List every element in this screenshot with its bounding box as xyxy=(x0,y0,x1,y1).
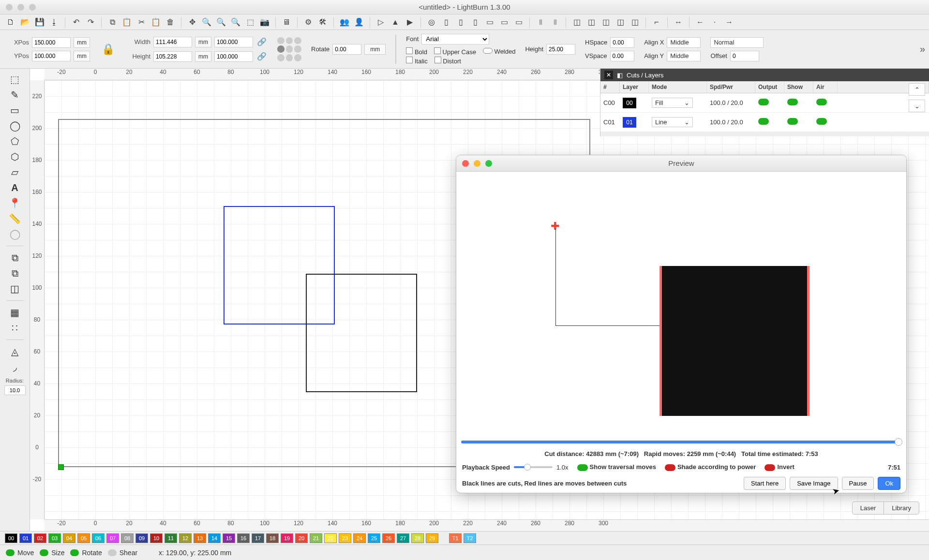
align-hcenter-icon[interactable]: ▯ xyxy=(455,16,466,28)
palette-swatch-24[interactable]: 24 xyxy=(353,533,366,543)
palette-swatch-13[interactable]: 13 xyxy=(194,533,206,543)
weld-tool-icon[interactable]: ◬ xyxy=(8,345,22,358)
offset-input[interactable] xyxy=(730,51,759,61)
layer-down-button[interactable]: ⌄ xyxy=(909,100,925,112)
row1-swatch[interactable]: 01 xyxy=(623,117,636,128)
distort-check[interactable] xyxy=(435,57,441,63)
preview-max-icon[interactable] xyxy=(485,160,492,167)
cuts-row-1[interactable]: C01 01 Line⌄ 100.0 / 20.0 xyxy=(600,113,929,132)
new-file-icon[interactable]: 🗋 xyxy=(5,16,16,28)
font-select[interactable]: Arial xyxy=(421,34,489,44)
tool-layer-swatch-T1[interactable]: T1 xyxy=(449,533,462,543)
align-bottom-icon[interactable]: ▭ xyxy=(513,16,524,28)
grid-array-tool-icon[interactable]: ▦ xyxy=(8,306,22,319)
size-toggle[interactable] xyxy=(40,549,48,556)
palette-swatch-04[interactable]: 04 xyxy=(63,533,75,543)
group-tool-icon[interactable]: ⧉ xyxy=(8,251,22,265)
palette-swatch-15[interactable]: 15 xyxy=(223,533,235,543)
close-dot[interactable] xyxy=(6,4,13,11)
alignx-select[interactable]: Middle xyxy=(667,37,701,48)
pan-icon[interactable]: ✥ xyxy=(186,16,198,28)
import-icon[interactable]: ⭳ xyxy=(48,16,60,28)
path-tool-icon[interactable]: ⬡ xyxy=(8,150,22,163)
mirror-v-icon[interactable]: ▶ xyxy=(404,16,416,28)
row1-output-toggle[interactable] xyxy=(758,118,769,125)
palette-swatch-01[interactable]: 01 xyxy=(19,533,32,543)
palette-swatch-14[interactable]: 14 xyxy=(208,533,221,543)
shape-rect-black[interactable] xyxy=(306,274,417,392)
width-input[interactable] xyxy=(153,37,192,47)
ok-button[interactable]: Ok xyxy=(878,477,900,490)
palette-swatch-19[interactable]: 19 xyxy=(281,533,293,543)
row0-air-toggle[interactable] xyxy=(816,99,827,105)
space-h-icon[interactable]: ◫ xyxy=(614,16,626,28)
width-pct-input[interactable] xyxy=(214,37,253,47)
palette-swatch-07[interactable]: 07 xyxy=(106,533,119,543)
playback-speed-slider[interactable] xyxy=(514,466,553,468)
preview-icon[interactable]: 🖥 xyxy=(281,16,292,28)
camera-icon[interactable]: 📷 xyxy=(259,16,270,28)
ungroup-tool-icon[interactable]: ⧉ xyxy=(8,266,22,280)
mm-button[interactable]: mm xyxy=(364,44,386,55)
settings-icon[interactable]: ⚙ xyxy=(302,16,314,28)
palette-swatch-00[interactable]: 00 xyxy=(5,533,17,543)
align-vcenter-icon[interactable]: ▭ xyxy=(498,16,510,28)
xpos-input[interactable] xyxy=(32,37,71,48)
row1-show-toggle[interactable] xyxy=(787,118,798,125)
palette-swatch-10[interactable]: 10 xyxy=(150,533,163,543)
tab-library[interactable]: Library xyxy=(884,501,919,515)
anchor-grid[interactable] xyxy=(277,37,301,61)
start-here-button[interactable]: Start here xyxy=(744,477,786,490)
row0-show-toggle[interactable] xyxy=(787,99,798,105)
row0-mode-select[interactable]: Fill⌄ xyxy=(652,98,693,108)
open-file-icon[interactable]: 📂 xyxy=(19,16,31,28)
layer-up-button[interactable]: ⌃ xyxy=(909,83,925,96)
nudge-left-icon[interactable]: ← xyxy=(694,16,706,28)
zoom-out-icon[interactable]: 🔍 xyxy=(215,16,227,28)
lock-icon[interactable]: 🔒 xyxy=(102,43,115,56)
move-toggle[interactable] xyxy=(6,549,15,556)
palette-swatch-22[interactable]: 22 xyxy=(324,533,337,543)
row0-output-toggle[interactable] xyxy=(758,99,769,105)
upper-check[interactable] xyxy=(434,47,441,54)
circular-array-tool-icon[interactable]: ∷ xyxy=(8,321,22,335)
nudge-right-icon[interactable]: → xyxy=(723,16,735,28)
zoom-in-icon[interactable]: 🔍 xyxy=(201,16,212,28)
height-pct-input[interactable] xyxy=(214,51,253,62)
palette-swatch-09[interactable]: 09 xyxy=(135,533,148,543)
palette-swatch-12[interactable]: 12 xyxy=(179,533,192,543)
more-chevron-icon[interactable]: » xyxy=(920,44,925,55)
palette-swatch-05[interactable]: 05 xyxy=(77,533,90,543)
palette-swatch-27[interactable]: 27 xyxy=(397,533,409,543)
dist-h-icon[interactable]: ⫴ xyxy=(535,16,546,28)
palette-swatch-03[interactable]: 03 xyxy=(48,533,61,543)
palette-swatch-20[interactable]: 20 xyxy=(295,533,308,543)
radius-tool-icon[interactable]: ◯ xyxy=(8,227,22,241)
palette-swatch-06[interactable]: 06 xyxy=(92,533,105,543)
tab-laser[interactable]: Laser xyxy=(852,501,884,515)
undock-panel-icon[interactable]: ◧ xyxy=(617,72,623,79)
preview-progress-slider[interactable] xyxy=(461,441,901,443)
row0-swatch[interactable]: 00 xyxy=(623,98,636,108)
height-match-icon[interactable]: ◫ xyxy=(600,16,612,28)
max-dot[interactable] xyxy=(29,4,36,11)
corner-icon[interactable]: ⌐ xyxy=(651,16,662,28)
palette-swatch-25[interactable]: 25 xyxy=(368,533,380,543)
copy-icon[interactable]: ⧉ xyxy=(106,16,118,28)
row1-mode-select[interactable]: Line⌄ xyxy=(652,117,693,127)
row1-air-toggle[interactable] xyxy=(816,118,827,125)
pin-tool-icon[interactable]: 📍 xyxy=(8,196,22,210)
ellipse-tool-icon[interactable]: ◯ xyxy=(8,119,22,133)
boolean-tool-icon[interactable]: ◫ xyxy=(8,282,22,295)
rotate-toggle[interactable] xyxy=(70,549,79,556)
italic-check[interactable] xyxy=(406,57,413,63)
min-dot[interactable] xyxy=(17,4,24,11)
preview-min-icon[interactable] xyxy=(474,160,480,167)
close-panel-icon[interactable]: ✕ xyxy=(604,71,613,79)
preview-close-icon[interactable] xyxy=(462,160,469,167)
offset-tool-icon[interactable]: ▱ xyxy=(8,165,22,179)
palette-swatch-29[interactable]: 29 xyxy=(426,533,438,543)
palette-swatch-02[interactable]: 02 xyxy=(34,533,46,543)
size-match-icon[interactable]: ◫ xyxy=(571,16,583,28)
shade-power-toggle[interactable] xyxy=(665,464,675,471)
